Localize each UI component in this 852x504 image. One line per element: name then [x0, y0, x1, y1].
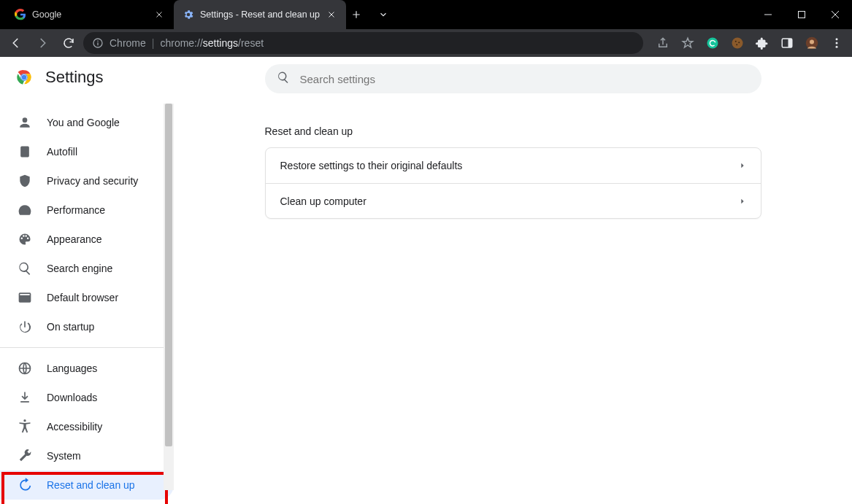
svg-point-12: [836, 38, 838, 40]
settings-page: Settings You and Google Autofill Privacy…: [0, 57, 852, 504]
person-icon: [18, 115, 32, 130]
sidebar-item-performance[interactable]: Performance: [0, 195, 174, 225]
address-bar[interactable]: Chrome | chrome://settings/reset: [83, 32, 643, 54]
tab-search-button[interactable]: [366, 0, 400, 29]
svg-point-14: [836, 46, 838, 48]
maximize-button[interactable]: [785, 0, 818, 29]
sidebar-item-label: Default browser: [47, 292, 118, 303]
tab-label: Settings - Reset and clean up: [200, 9, 320, 20]
side-panel-button[interactable]: [776, 32, 798, 54]
sidebar-item-reset[interactable]: Reset and clean up: [0, 470, 174, 500]
svg-rect-0: [799, 12, 805, 18]
bookmark-button[interactable]: [677, 32, 699, 54]
sidebar-item-languages[interactable]: Languages: [0, 354, 174, 383]
forward-button[interactable]: [31, 31, 54, 55]
profile-avatar-icon[interactable]: [801, 32, 823, 54]
search-icon: [277, 71, 290, 87]
svg-point-13: [836, 42, 838, 44]
download-icon: [18, 390, 32, 405]
sidebar-divider: [0, 347, 174, 348]
row-label: Restore settings to their original defau…: [280, 160, 463, 171]
sidebar-item-search-engine[interactable]: Search engine: [0, 254, 174, 283]
tab-settings[interactable]: Settings - Reset and clean up: [174, 0, 346, 29]
close-tab-icon[interactable]: [326, 9, 337, 20]
back-button[interactable]: [4, 31, 28, 55]
svg-point-4: [732, 38, 743, 49]
svg-rect-9: [788, 39, 792, 47]
url-scheme: chrome://: [160, 37, 202, 49]
svg-point-6: [738, 42, 740, 43]
chevron-right-icon: [739, 160, 746, 171]
close-window-button[interactable]: [818, 0, 852, 29]
svg-point-5: [735, 41, 737, 42]
toolbar-actions: [646, 32, 848, 54]
window-controls: [751, 0, 852, 29]
settings-favicon-icon: [183, 9, 194, 20]
settings-sidebar: You and Google Autofill Privacy and secu…: [0, 57, 174, 504]
row-cleanup-computer[interactable]: Clean up computer: [266, 183, 761, 218]
sidebar-item-label: System: [47, 450, 81, 462]
svg-point-7: [736, 44, 737, 45]
wrench-icon: [18, 449, 32, 463]
sidebar-item-accessibility[interactable]: Accessibility: [0, 412, 174, 441]
sidebar-item-label: Autofill: [47, 146, 77, 158]
sidebar-item-label: Reset and clean up: [47, 479, 135, 491]
globe-icon: [18, 361, 32, 376]
new-tab-button[interactable]: [346, 0, 366, 29]
reload-button[interactable]: [57, 31, 80, 55]
search-icon: [18, 261, 32, 276]
extension-grammarly-icon[interactable]: [702, 32, 724, 54]
settings-search-input[interactable]: [300, 73, 750, 85]
settings-search[interactable]: [265, 64, 761, 93]
share-button[interactable]: [652, 32, 674, 54]
tab-google[interactable]: Google: [6, 0, 174, 29]
autofill-icon: [18, 144, 32, 159]
sidebar-item-label: Search engine: [47, 263, 112, 274]
minimize-button[interactable]: [751, 0, 785, 29]
url-path-bold: settings: [203, 37, 238, 49]
extension-cookie-icon[interactable]: [726, 32, 748, 54]
close-tab-icon[interactable]: [153, 9, 165, 20]
speedometer-icon: [18, 203, 32, 217]
sidebar-item-label: Performance: [47, 204, 105, 216]
sidebar-scrollbar-thumb[interactable]: [165, 104, 172, 446]
browser-toolbar: Chrome | chrome://settings/reset: [0, 29, 852, 57]
sidebar-item-privacy[interactable]: Privacy and security: [0, 166, 174, 195]
site-info-icon[interactable]: [92, 37, 104, 49]
chrome-menu-button[interactable]: [826, 32, 848, 54]
sidebar-item-default-browser[interactable]: Default browser: [0, 283, 174, 312]
reset-card: Restore settings to their original defau…: [265, 147, 761, 219]
row-restore-defaults[interactable]: Restore settings to their original defau…: [266, 148, 761, 183]
power-icon: [18, 319, 32, 334]
sidebar-item-autofill[interactable]: Autofill: [0, 137, 174, 166]
settings-content: Reset and clean up Restore settings to t…: [174, 57, 852, 504]
sidebar-item-appearance[interactable]: Appearance: [0, 225, 174, 254]
browser-icon: [18, 290, 32, 305]
sidebar-item-system[interactable]: System: [0, 441, 174, 470]
sidebar-item-label: On startup: [47, 321, 94, 333]
sidebar-item-label: Privacy and security: [47, 175, 138, 187]
svg-point-2: [97, 41, 99, 42]
sidebar-item-label: Appearance: [47, 233, 102, 245]
sidebar-scrollbar[interactable]: [164, 104, 174, 490]
sidebar-item-label: Accessibility: [47, 421, 102, 433]
accessibility-icon: [18, 419, 32, 434]
url-host-label: Chrome: [110, 37, 146, 49]
sidebar-item-downloads[interactable]: Downloads: [0, 383, 174, 412]
sidebar-item-on-startup[interactable]: On startup: [0, 312, 174, 341]
sidebar-item-you-and-google[interactable]: You and Google: [0, 108, 174, 137]
svg-point-11: [810, 40, 814, 44]
tab-strip: Google Settings - Reset and clean up: [0, 0, 366, 29]
sidebar-item-label: Languages: [47, 363, 97, 374]
svg-point-3: [707, 38, 718, 49]
sidebar-item-label: Downloads: [47, 392, 97, 403]
restore-icon: [18, 478, 32, 492]
row-label: Clean up computer: [280, 195, 366, 207]
google-favicon-icon: [15, 9, 26, 20]
tab-label: Google: [32, 9, 147, 20]
shield-icon: [18, 174, 32, 188]
extensions-button[interactable]: [751, 32, 773, 54]
titlebar: Google Settings - Reset and clean up: [0, 0, 852, 29]
section-title: Reset and clean up: [265, 125, 761, 137]
chevron-right-icon: [739, 195, 746, 207]
